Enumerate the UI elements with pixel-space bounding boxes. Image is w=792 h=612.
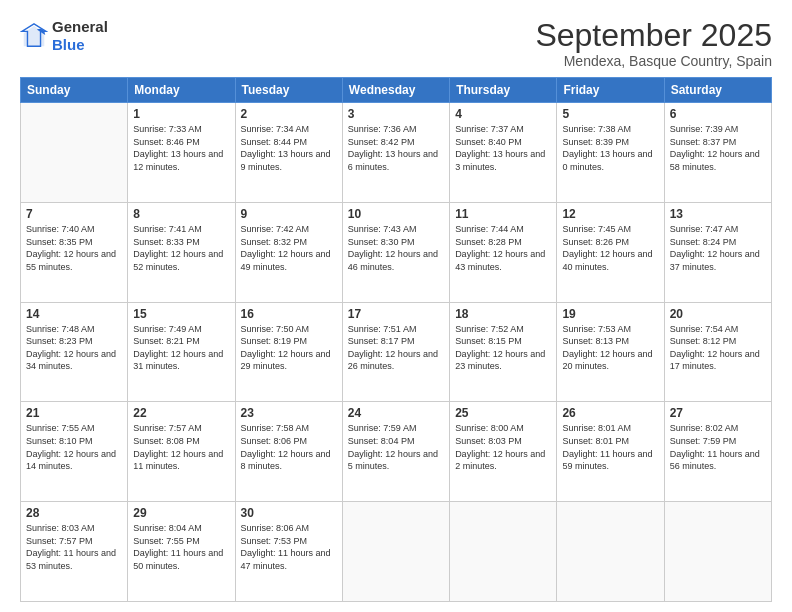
calendar-cell-w4-d2: 22Sunrise: 7:57 AMSunset: 8:08 PMDayligh… [128, 402, 235, 502]
calendar-cell-w2-d5: 11Sunrise: 7:44 AMSunset: 8:28 PMDayligh… [450, 202, 557, 302]
calendar-cell-w3-d5: 18Sunrise: 7:52 AMSunset: 8:15 PMDayligh… [450, 302, 557, 402]
day-number: 9 [241, 207, 337, 221]
day-number: 15 [133, 307, 229, 321]
day-number: 3 [348, 107, 444, 121]
calendar-cell-w2-d1: 7Sunrise: 7:40 AMSunset: 8:35 PMDaylight… [21, 202, 128, 302]
day-info: Sunrise: 7:47 AMSunset: 8:24 PMDaylight:… [670, 223, 766, 273]
day-number: 20 [670, 307, 766, 321]
day-info: Sunrise: 7:53 AMSunset: 8:13 PMDaylight:… [562, 323, 658, 373]
day-info: Sunrise: 7:48 AMSunset: 8:23 PMDaylight:… [26, 323, 122, 373]
calendar-cell-w1-d7: 6Sunrise: 7:39 AMSunset: 8:37 PMDaylight… [664, 103, 771, 203]
title-block: September 2025 Mendexa, Basque Country, … [535, 18, 772, 69]
calendar-cell-w5-d3: 30Sunrise: 8:06 AMSunset: 7:53 PMDayligh… [235, 502, 342, 602]
calendar-cell-w2-d4: 10Sunrise: 7:43 AMSunset: 8:30 PMDayligh… [342, 202, 449, 302]
day-info: Sunrise: 7:44 AMSunset: 8:28 PMDaylight:… [455, 223, 551, 273]
day-number: 28 [26, 506, 122, 520]
day-info: Sunrise: 7:45 AMSunset: 8:26 PMDaylight:… [562, 223, 658, 273]
day-info: Sunrise: 8:01 AMSunset: 8:01 PMDaylight:… [562, 422, 658, 472]
calendar-week-4: 21Sunrise: 7:55 AMSunset: 8:10 PMDayligh… [21, 402, 772, 502]
day-number: 23 [241, 406, 337, 420]
header-monday: Monday [128, 78, 235, 103]
calendar-cell-w2-d6: 12Sunrise: 7:45 AMSunset: 8:26 PMDayligh… [557, 202, 664, 302]
calendar-cell-w2-d2: 8Sunrise: 7:41 AMSunset: 8:33 PMDaylight… [128, 202, 235, 302]
day-number: 24 [348, 406, 444, 420]
day-info: Sunrise: 7:41 AMSunset: 8:33 PMDaylight:… [133, 223, 229, 273]
header-saturday: Saturday [664, 78, 771, 103]
calendar-week-3: 14Sunrise: 7:48 AMSunset: 8:23 PMDayligh… [21, 302, 772, 402]
calendar-cell-w5-d1: 28Sunrise: 8:03 AMSunset: 7:57 PMDayligh… [21, 502, 128, 602]
day-info: Sunrise: 8:06 AMSunset: 7:53 PMDaylight:… [241, 522, 337, 572]
day-number: 14 [26, 307, 122, 321]
day-info: Sunrise: 7:58 AMSunset: 8:06 PMDaylight:… [241, 422, 337, 472]
calendar-cell-w2-d3: 9Sunrise: 7:42 AMSunset: 8:32 PMDaylight… [235, 202, 342, 302]
calendar-cell-w3-d6: 19Sunrise: 7:53 AMSunset: 8:13 PMDayligh… [557, 302, 664, 402]
day-info: Sunrise: 7:49 AMSunset: 8:21 PMDaylight:… [133, 323, 229, 373]
logo-text: General Blue [52, 18, 108, 54]
calendar-cell-w1-d6: 5Sunrise: 7:38 AMSunset: 8:39 PMDaylight… [557, 103, 664, 203]
day-info: Sunrise: 7:59 AMSunset: 8:04 PMDaylight:… [348, 422, 444, 472]
day-number: 22 [133, 406, 229, 420]
calendar-cell-w5-d7 [664, 502, 771, 602]
calendar-cell-w1-d2: 1Sunrise: 7:33 AMSunset: 8:46 PMDaylight… [128, 103, 235, 203]
day-number: 2 [241, 107, 337, 121]
logo-general: General [52, 18, 108, 35]
day-info: Sunrise: 7:33 AMSunset: 8:46 PMDaylight:… [133, 123, 229, 173]
logo-icon [20, 22, 48, 50]
calendar-cell-w1-d1 [21, 103, 128, 203]
calendar-cell-w4-d4: 24Sunrise: 7:59 AMSunset: 8:04 PMDayligh… [342, 402, 449, 502]
day-info: Sunrise: 7:37 AMSunset: 8:40 PMDaylight:… [455, 123, 551, 173]
day-info: Sunrise: 8:00 AMSunset: 8:03 PMDaylight:… [455, 422, 551, 472]
day-number: 16 [241, 307, 337, 321]
day-info: Sunrise: 7:50 AMSunset: 8:19 PMDaylight:… [241, 323, 337, 373]
calendar-cell-w2-d7: 13Sunrise: 7:47 AMSunset: 8:24 PMDayligh… [664, 202, 771, 302]
day-info: Sunrise: 7:43 AMSunset: 8:30 PMDaylight:… [348, 223, 444, 273]
day-number: 11 [455, 207, 551, 221]
day-info: Sunrise: 7:55 AMSunset: 8:10 PMDaylight:… [26, 422, 122, 472]
day-number: 8 [133, 207, 229, 221]
calendar-cell-w5-d2: 29Sunrise: 8:04 AMSunset: 7:55 PMDayligh… [128, 502, 235, 602]
day-number: 27 [670, 406, 766, 420]
day-number: 5 [562, 107, 658, 121]
header-thursday: Thursday [450, 78, 557, 103]
calendar-cell-w3-d1: 14Sunrise: 7:48 AMSunset: 8:23 PMDayligh… [21, 302, 128, 402]
header-wednesday: Wednesday [342, 78, 449, 103]
day-number: 21 [26, 406, 122, 420]
calendar-cell-w1-d4: 3Sunrise: 7:36 AMSunset: 8:42 PMDaylight… [342, 103, 449, 203]
day-info: Sunrise: 8:03 AMSunset: 7:57 PMDaylight:… [26, 522, 122, 572]
calendar-cell-w3-d3: 16Sunrise: 7:50 AMSunset: 8:19 PMDayligh… [235, 302, 342, 402]
calendar-cell-w3-d7: 20Sunrise: 7:54 AMSunset: 8:12 PMDayligh… [664, 302, 771, 402]
calendar-title: September 2025 [535, 18, 772, 53]
day-info: Sunrise: 7:52 AMSunset: 8:15 PMDaylight:… [455, 323, 551, 373]
day-info: Sunrise: 7:57 AMSunset: 8:08 PMDaylight:… [133, 422, 229, 472]
day-info: Sunrise: 7:36 AMSunset: 8:42 PMDaylight:… [348, 123, 444, 173]
calendar-cell-w4-d1: 21Sunrise: 7:55 AMSunset: 8:10 PMDayligh… [21, 402, 128, 502]
day-number: 25 [455, 406, 551, 420]
calendar-week-2: 7Sunrise: 7:40 AMSunset: 8:35 PMDaylight… [21, 202, 772, 302]
day-number: 12 [562, 207, 658, 221]
calendar-week-5: 28Sunrise: 8:03 AMSunset: 7:57 PMDayligh… [21, 502, 772, 602]
calendar-cell-w5-d5 [450, 502, 557, 602]
day-info: Sunrise: 7:42 AMSunset: 8:32 PMDaylight:… [241, 223, 337, 273]
day-info: Sunrise: 8:02 AMSunset: 7:59 PMDaylight:… [670, 422, 766, 472]
day-number: 6 [670, 107, 766, 121]
logo: General Blue [20, 18, 108, 54]
calendar-cell-w4-d3: 23Sunrise: 7:58 AMSunset: 8:06 PMDayligh… [235, 402, 342, 502]
calendar-week-1: 1Sunrise: 7:33 AMSunset: 8:46 PMDaylight… [21, 103, 772, 203]
day-number: 17 [348, 307, 444, 321]
day-info: Sunrise: 8:04 AMSunset: 7:55 PMDaylight:… [133, 522, 229, 572]
day-number: 10 [348, 207, 444, 221]
weekday-header-row: Sunday Monday Tuesday Wednesday Thursday… [21, 78, 772, 103]
day-number: 29 [133, 506, 229, 520]
day-number: 26 [562, 406, 658, 420]
day-number: 30 [241, 506, 337, 520]
calendar-cell-w3-d4: 17Sunrise: 7:51 AMSunset: 8:17 PMDayligh… [342, 302, 449, 402]
calendar-cell-w4-d7: 27Sunrise: 8:02 AMSunset: 7:59 PMDayligh… [664, 402, 771, 502]
day-info: Sunrise: 7:51 AMSunset: 8:17 PMDaylight:… [348, 323, 444, 373]
page-header: General Blue September 2025 Mendexa, Bas… [20, 18, 772, 69]
calendar-cell-w4-d6: 26Sunrise: 8:01 AMSunset: 8:01 PMDayligh… [557, 402, 664, 502]
day-info: Sunrise: 7:34 AMSunset: 8:44 PMDaylight:… [241, 123, 337, 173]
day-info: Sunrise: 7:40 AMSunset: 8:35 PMDaylight:… [26, 223, 122, 273]
calendar-cell-w5-d4 [342, 502, 449, 602]
day-number: 13 [670, 207, 766, 221]
logo-blue: Blue [52, 36, 85, 53]
